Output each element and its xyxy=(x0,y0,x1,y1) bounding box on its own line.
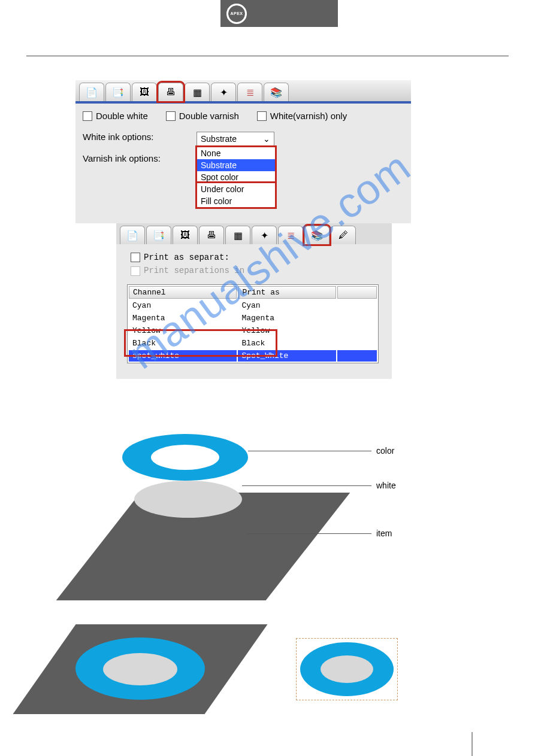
opt-substrate[interactable]: Substrate xyxy=(197,159,275,171)
double-varnish-checkbox[interactable]: Double varnish xyxy=(166,111,239,121)
tool2-picker-icon[interactable]: 🖉 xyxy=(331,226,356,244)
tool2-image-icon[interactable]: 🖼 xyxy=(173,226,198,244)
tool-colors-icon[interactable]: ≣ xyxy=(237,83,262,101)
white-ink-dropdown[interactable]: None Substrate Spot color Under color Fi… xyxy=(197,147,276,208)
th-printas[interactable]: Print as xyxy=(238,286,336,299)
tool2-newpage-icon[interactable]: 📑 xyxy=(146,226,171,244)
tool-stack-icon[interactable]: 📚 xyxy=(264,83,289,101)
tool2-printer-icon[interactable]: 🖶 xyxy=(199,226,224,244)
tool-image-icon[interactable]: 🖼 xyxy=(132,83,157,101)
tool-printer-icon[interactable]: 🖶 xyxy=(158,83,183,101)
table-row[interactable]: MagentaMagenta xyxy=(129,312,377,324)
print-separations-in-label: Print separations in xyxy=(144,266,244,275)
table-row[interactable]: CyanCyan xyxy=(129,300,377,311)
footer-mark xyxy=(470,732,473,756)
opt-fill-color[interactable]: Fill color xyxy=(197,195,275,207)
printed-result xyxy=(44,624,236,714)
double-white-checkbox[interactable]: Double white xyxy=(83,111,148,121)
color-layer xyxy=(122,434,248,481)
white-layer xyxy=(134,481,242,518)
toolbar-1: 📄 📑 🖼 🖶 ▦ ✦ ≣ 📚 xyxy=(75,80,411,104)
layer-diagram: color white item xyxy=(68,427,509,600)
white-ink-label: White ink options: xyxy=(83,132,197,142)
apex-logo: APEX xyxy=(226,4,247,24)
th-channel[interactable]: Channel xyxy=(129,286,237,299)
print-separat-checkbox[interactable] xyxy=(131,253,140,262)
divider xyxy=(26,56,509,56)
label-item: item xyxy=(376,529,392,538)
print-separat-label: Print as separat: xyxy=(144,253,229,262)
white-only-checkbox[interactable]: White(varnish) only xyxy=(257,111,347,121)
tool2-colors-icon[interactable]: ≣ xyxy=(278,226,303,244)
print-separations-in-checkbox xyxy=(131,266,140,276)
ring-sample xyxy=(296,638,398,700)
white-ink-combo[interactable]: Substrate ⌄ None Substrate Spot color Un… xyxy=(197,132,274,146)
toolbar-2: 📄 📑 🖼 🖶 ▦ ✦ ≣ 📚 🖉 xyxy=(116,223,392,244)
settings-panel-1: 📄 📑 🖼 🖶 ▦ ✦ ≣ 📚 Double white Double varn… xyxy=(75,80,411,223)
opt-under-color[interactable]: Under color xyxy=(197,183,275,195)
tool-grid-icon[interactable]: ▦ xyxy=(185,83,210,101)
brand-header: APEX xyxy=(220,0,338,27)
tool2-target-icon[interactable]: ✦ xyxy=(252,226,277,244)
tool2-page-icon[interactable]: 📄 xyxy=(120,226,145,244)
apex-logo-text: APEX xyxy=(230,11,243,16)
opt-none[interactable]: None xyxy=(197,147,275,159)
highlight-spot-row xyxy=(126,331,276,355)
separations-panel: 📄 📑 🖼 🖶 ▦ ✦ ≣ 📚 🖉 Print as separat: Prin… xyxy=(116,223,392,379)
tool-target-icon[interactable]: ✦ xyxy=(211,83,236,101)
label-color: color xyxy=(376,446,394,456)
varnish-ink-label: Varnish ink options: xyxy=(83,153,197,163)
result-diagram xyxy=(44,624,509,714)
tool2-grid-icon[interactable]: ▦ xyxy=(225,226,250,244)
tool-newpage-icon[interactable]: 📑 xyxy=(105,83,131,101)
chevron-down-icon: ⌄ xyxy=(263,134,270,144)
th-blank xyxy=(337,286,377,299)
tool2-stack-icon[interactable]: 📚 xyxy=(304,226,330,244)
tool-page-icon[interactable]: 📄 xyxy=(79,83,104,101)
label-white: white xyxy=(376,481,396,490)
